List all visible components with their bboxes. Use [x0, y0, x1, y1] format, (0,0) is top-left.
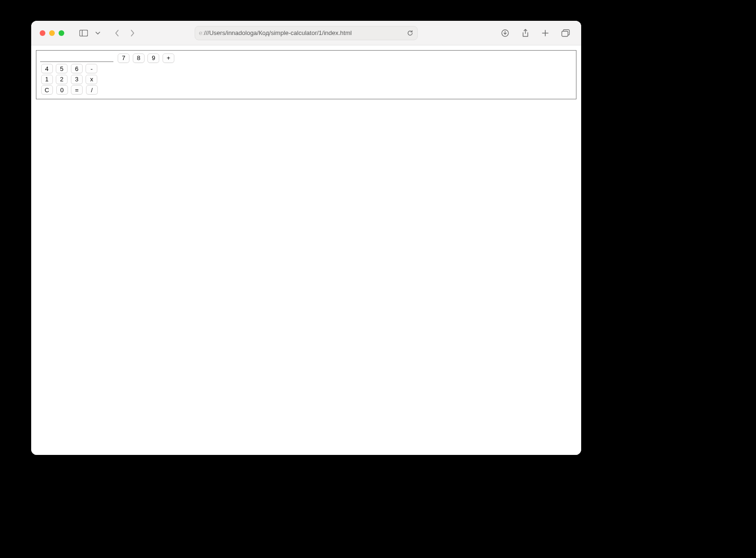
calc-key-2[interactable]: 2: [56, 75, 68, 84]
share-button[interactable]: [519, 27, 532, 39]
calc-key-equals[interactable]: =: [71, 85, 83, 95]
calc-key-minus[interactable]: -: [86, 64, 97, 73]
calc-key-divide[interactable]: /: [86, 85, 98, 95]
calc-row-2: 4 5 6 -: [40, 63, 572, 74]
calc-key-9[interactable]: 9: [147, 53, 159, 63]
sidebar-icon: [79, 30, 88, 36]
calc-key-1[interactable]: 1: [41, 75, 53, 84]
back-button[interactable]: [112, 27, 123, 39]
url-scheme-prefix: e:: [199, 29, 204, 36]
calc-display[interactable]: [40, 53, 113, 62]
safari-window: e:///Users/innadologa/Код/simple-calcula…: [31, 21, 581, 455]
page-body-border: 7 8 9 + 4 5 6 - 1 2 3 x: [36, 50, 576, 99]
forward-button[interactable]: [127, 27, 138, 39]
minimize-window-button[interactable]: [49, 30, 55, 36]
svg-rect-3: [562, 31, 568, 36]
calc-key-plus[interactable]: +: [163, 53, 174, 63]
calc-key-multiply[interactable]: x: [86, 75, 97, 84]
share-icon: [522, 29, 529, 37]
window-controls: [40, 30, 64, 36]
chevron-right-icon: [129, 29, 135, 37]
plus-icon: [541, 29, 549, 37]
calc-key-4[interactable]: 4: [41, 64, 53, 73]
calc-key-3[interactable]: 3: [71, 75, 83, 84]
calc-key-5[interactable]: 5: [56, 64, 68, 73]
chevron-left-icon: [114, 29, 120, 37]
sidebar-toggle-group: [77, 28, 103, 38]
svg-rect-0: [80, 30, 88, 36]
calculator: 7 8 9 + 4 5 6 - 1 2 3 x: [40, 52, 572, 95]
sidebar-toggle-button[interactable]: [77, 28, 91, 38]
nav-buttons: [112, 27, 138, 39]
tab-group-menu-button[interactable]: [93, 29, 103, 37]
download-icon: [501, 29, 509, 37]
address-url: e:///Users/innadologa/Код/simple-calcula…: [199, 29, 352, 36]
page-viewport: 7 8 9 + 4 5 6 - 1 2 3 x: [31, 45, 581, 455]
address-bar[interactable]: e:///Users/innadologa/Код/simple-calcula…: [195, 26, 418, 40]
calc-row-4: C 0 = /: [40, 85, 572, 96]
calc-key-8[interactable]: 8: [133, 53, 145, 63]
calc-key-6[interactable]: 6: [71, 64, 83, 73]
url-path: ///Users/innadologa/Код/simple-calculato…: [204, 29, 352, 36]
downloads-button[interactable]: [498, 27, 512, 39]
reload-icon: [407, 30, 413, 36]
calc-first-row: 7 8 9 +: [40, 52, 572, 63]
calc-key-7[interactable]: 7: [118, 53, 129, 63]
tab-overview-icon: [561, 29, 570, 37]
titlebar: e:///Users/innadologa/Код/simple-calcula…: [31, 21, 581, 45]
toolbar-right: [498, 27, 573, 39]
calc-key-clear[interactable]: C: [41, 85, 53, 95]
close-window-button[interactable]: [40, 30, 45, 36]
chevron-down-icon: [95, 31, 100, 35]
calc-key-0[interactable]: 0: [56, 85, 68, 95]
zoom-window-button[interactable]: [59, 30, 64, 36]
new-tab-button[interactable]: [539, 27, 552, 39]
calc-row-3: 1 2 3 x: [40, 74, 572, 85]
tab-overview-button[interactable]: [558, 27, 573, 39]
reload-button[interactable]: [407, 30, 413, 36]
